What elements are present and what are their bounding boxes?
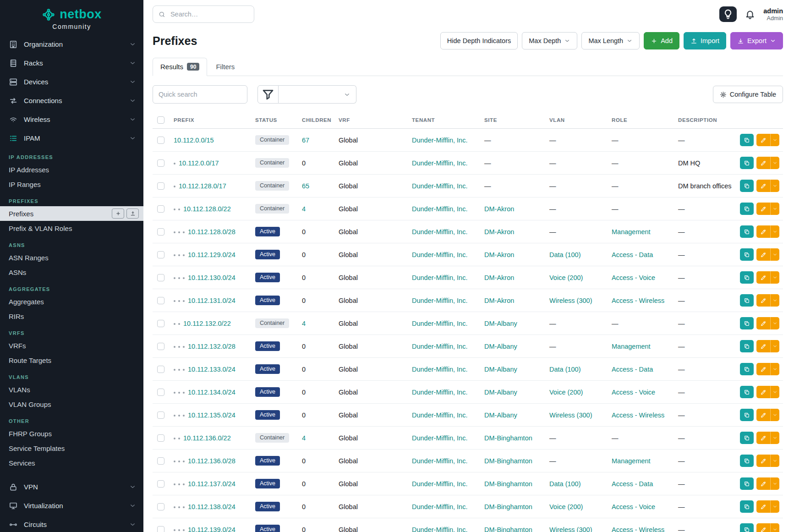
export-dropdown-button[interactable]: Export	[730, 32, 783, 49]
site-link[interactable]: DM-Albany	[484, 343, 517, 350]
edit-button[interactable]	[756, 477, 770, 490]
role-link[interactable]: Management	[612, 228, 651, 236]
role-link[interactable]: Management	[612, 457, 651, 465]
sidebar-item-connections[interactable]: Connections	[0, 91, 143, 110]
tenant-link[interactable]: Dunder-Mifflin, Inc.	[412, 411, 467, 419]
clone-button[interactable]	[740, 317, 754, 329]
notifications-button[interactable]	[745, 9, 756, 20]
clone-button[interactable]	[740, 271, 754, 284]
max-depth-dropdown[interactable]: Max Depth	[522, 32, 577, 49]
tenant-link[interactable]: Dunder-Mifflin, Inc.	[412, 320, 467, 327]
tenant-link[interactable]: Dunder-Mifflin, Inc.	[412, 182, 467, 190]
prefix-link[interactable]: 10.112.133.0/24	[188, 366, 235, 373]
import-button[interactable]: Import	[684, 32, 726, 49]
edit-button[interactable]	[756, 134, 770, 146]
row-checkbox[interactable]	[157, 389, 164, 396]
sidebar-item-rirs[interactable]: RIRs	[0, 309, 143, 324]
configure-table-button[interactable]: Configure Table	[713, 86, 783, 103]
clone-button[interactable]	[740, 409, 754, 421]
tenant-link[interactable]: Dunder-Mifflin, Inc.	[412, 274, 467, 281]
edit-button[interactable]	[756, 317, 770, 329]
edit-dropdown-button[interactable]	[770, 271, 779, 284]
column-header-prefix[interactable]: PREFIX	[169, 113, 251, 129]
column-header-vrf[interactable]: VRF	[334, 113, 407, 129]
row-checkbox[interactable]	[157, 159, 164, 167]
column-header-tenant[interactable]: TENANT	[407, 113, 480, 129]
clone-button[interactable]	[740, 203, 754, 215]
tenant-link[interactable]: Dunder-Mifflin, Inc.	[412, 480, 467, 488]
tenant-link[interactable]: Dunder-Mifflin, Inc.	[412, 526, 467, 532]
tenant-link[interactable]: Dunder-Mifflin, Inc.	[412, 389, 467, 396]
sidebar-item-asn-ranges[interactable]: ASN Ranges	[0, 250, 143, 265]
row-checkbox[interactable]	[157, 274, 164, 281]
tenant-link[interactable]: Dunder-Mifflin, Inc.	[412, 297, 467, 304]
prefix-link[interactable]: 10.112.132.0/28	[188, 343, 235, 350]
row-checkbox[interactable]	[157, 434, 164, 442]
prefix-link[interactable]: 10.112.138.0/24	[188, 503, 235, 510]
site-link[interactable]: DM-Binghamton	[484, 503, 532, 510]
sidebar-item-prefix-vlan-roles[interactable]: Prefix & VLAN Roles	[0, 221, 143, 236]
clone-button[interactable]	[740, 340, 754, 352]
role-link[interactable]: Management	[612, 343, 651, 350]
sidebar-item-vlans[interactable]: VLANs	[0, 382, 143, 397]
prefix-link[interactable]: 10.112.134.0/24	[188, 389, 235, 396]
clone-button[interactable]	[740, 386, 754, 398]
edit-button[interactable]	[756, 340, 770, 352]
site-link[interactable]: DM-Albany	[484, 366, 517, 373]
clone-button[interactable]	[740, 523, 754, 532]
quick-search-input[interactable]	[153, 85, 247, 104]
prefix-link[interactable]: 10.112.137.0/24	[188, 480, 235, 488]
quick-import-button[interactable]	[126, 208, 139, 219]
row-checkbox[interactable]	[157, 411, 164, 419]
role-link[interactable]: Access - Data	[612, 251, 653, 258]
prefix-link[interactable]: 10.112.128.0/22	[183, 205, 231, 213]
edit-button[interactable]	[756, 225, 770, 238]
children-link[interactable]: 4	[302, 434, 306, 442]
brand-logo[interactable]: netbox Community	[0, 0, 143, 35]
sidebar-item-circuits[interactable]: Circuits	[0, 515, 143, 532]
prefix-link[interactable]: 10.112.0.0/15	[174, 137, 214, 144]
clone-button[interactable]	[740, 157, 754, 169]
vlan-link[interactable]: Data (100)	[549, 251, 581, 258]
site-link[interactable]: DM-Binghamton	[484, 434, 532, 442]
role-link[interactable]: Access - Wireless	[612, 526, 664, 532]
edit-dropdown-button[interactable]	[770, 317, 779, 329]
sidebar-item-service-templates[interactable]: Service Templates	[0, 441, 143, 455]
edit-button[interactable]	[756, 203, 770, 215]
edit-button[interactable]	[756, 409, 770, 421]
sidebar-item-virtualization[interactable]: Virtualization	[0, 496, 143, 515]
row-checkbox[interactable]	[157, 182, 164, 190]
hide-depth-indicators-button[interactable]: Hide Depth Indicators	[440, 32, 518, 49]
tab-filters[interactable]: Filters	[208, 58, 242, 76]
edit-dropdown-button[interactable]	[770, 134, 779, 146]
edit-button[interactable]	[756, 248, 770, 261]
tenant-link[interactable]: Dunder-Mifflin, Inc.	[412, 457, 467, 465]
sidebar-item-route-targets[interactable]: Route Targets	[0, 353, 143, 367]
site-link[interactable]: DM-Akron	[484, 205, 514, 213]
edit-button[interactable]	[756, 271, 770, 284]
tenant-link[interactable]: Dunder-Mifflin, Inc.	[412, 343, 467, 350]
tenant-link[interactable]: Dunder-Mifflin, Inc.	[412, 228, 467, 236]
row-checkbox[interactable]	[157, 228, 164, 236]
edit-dropdown-button[interactable]	[770, 363, 779, 375]
edit-dropdown-button[interactable]	[770, 477, 779, 490]
tenant-link[interactable]: Dunder-Mifflin, Inc.	[412, 137, 467, 144]
row-checkbox[interactable]	[157, 526, 164, 532]
row-checkbox[interactable]	[157, 320, 164, 327]
edit-dropdown-button[interactable]	[770, 340, 779, 352]
sidebar-item-vlan-groups[interactable]: VLAN Groups	[0, 397, 143, 411]
edit-dropdown-button[interactable]	[770, 386, 779, 398]
tab-results[interactable]: Results 90	[153, 58, 207, 76]
site-link[interactable]: DM-Albany	[484, 411, 517, 419]
prefix-link[interactable]: 10.112.135.0/24	[188, 411, 235, 419]
filter-button[interactable]	[257, 85, 279, 104]
clone-button[interactable]	[740, 500, 754, 513]
theme-toggle-button[interactable]	[719, 6, 737, 22]
site-link[interactable]: DM-Binghamton	[484, 457, 532, 465]
site-link[interactable]: DM-Akron	[484, 251, 514, 258]
site-link[interactable]: DM-Binghamton	[484, 526, 532, 532]
vlan-link[interactable]: Wireless (300)	[549, 297, 592, 304]
sidebar-item-aggregates[interactable]: Aggregates	[0, 294, 143, 309]
sidebar-item-vpn[interactable]: VPN	[0, 477, 143, 496]
prefix-link[interactable]: 10.112.136.0/28	[188, 457, 235, 465]
